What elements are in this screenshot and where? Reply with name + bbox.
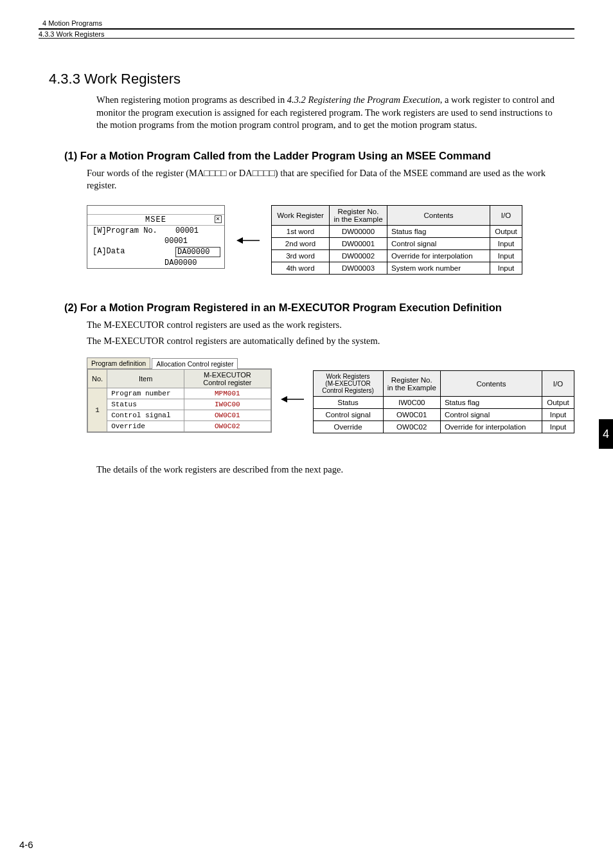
tab-program-definition[interactable]: Program definition (87, 357, 150, 368)
intro-paragraph: When registering motion programs as desc… (96, 94, 562, 132)
grid-item: Program number (107, 388, 184, 399)
col-no: No. (88, 370, 107, 388)
grid-val: MPM001 (184, 388, 271, 399)
msee-program-value: 00001 (175, 226, 220, 235)
th-contents: Contents (440, 371, 542, 397)
table-row: 2nd word DW00001 Control signal Input (272, 238, 522, 250)
placeholder-boxes-a: □□□□ (204, 168, 226, 178)
th-register-no: Register No. in the Example (383, 371, 440, 397)
intro-crossref: 4.3.2 Registering the Program Execution (287, 95, 440, 105)
sub2-p2: The M-EXECUTOR control registers are aut… (87, 335, 562, 347)
tab-allocation-control-register[interactable]: Allocation Control register (152, 358, 238, 369)
grid-val: IW0C00 (184, 399, 271, 410)
msee-command-box: MSEE ✕ [W]Program No. 00001 00001 [A]Dat… (87, 205, 225, 269)
sub2-heading: (2) For a Motion Program Registered in a… (64, 302, 574, 314)
msee-title: MSEE ✕ (87, 215, 224, 226)
th-register-no-b: in the Example (333, 215, 382, 223)
cell-wr: 1st word (272, 226, 330, 238)
cell-wr: Override (313, 421, 383, 433)
table-row: Status IW0C00 Status flag Output (313, 397, 574, 409)
th-work-register: Work Register (272, 206, 330, 226)
sub1-figure-row: MSEE ✕ [W]Program No. 00001 00001 [A]Dat… (87, 205, 574, 275)
table-row: Control signal OW0C01 Control signal Inp… (313, 409, 574, 421)
msee-program-label: [W]Program No. (93, 226, 175, 235)
th-contents: Contents (387, 206, 490, 226)
cell-io: Output (542, 397, 574, 409)
intro-text-a: When registering motion programs as desc… (96, 95, 287, 105)
svg-marker-1 (236, 237, 243, 244)
work-register-table-1: Work Register Register No. in the Exampl… (271, 205, 522, 275)
th-b: (M-EXECUTOR (325, 380, 370, 387)
table-row: 1st word DW00000 Status flag Output (272, 226, 522, 238)
grid-item: Status (107, 399, 184, 410)
sub1-heading: (1) For a Motion Program Called from the… (64, 150, 574, 162)
cell-ct: Control signal (387, 238, 490, 250)
arrow-left-icon (281, 395, 304, 404)
grid-row: Control signal OW0C01 (88, 410, 271, 421)
cell-ct: Status flag (387, 226, 490, 238)
cell-wr: 3rd word (272, 250, 330, 262)
grid-row: 1 Program number MPM001 (88, 388, 271, 399)
msee-row-data2: DA00000 (87, 258, 224, 268)
work-register-table-2: Work Registers (M-EXECUTOR Control Regis… (313, 370, 574, 433)
chapter-side-tab: 4 (599, 419, 613, 449)
cell-ct: Override for interpolation (387, 250, 490, 262)
arrow-connector-2 (281, 357, 304, 404)
cell-ct: Override for interpolation (440, 421, 542, 433)
msee-row-data: [A]Data DA00000 (87, 246, 224, 258)
svg-marker-3 (281, 396, 287, 402)
header-rule (39, 38, 574, 39)
cell-io: Input (490, 238, 522, 250)
cell-rn: DW00002 (330, 250, 387, 262)
col-reg-a: M-EXECUTOR (204, 371, 251, 379)
cell-ct: System work number (387, 262, 490, 275)
msee-corner-icon: ✕ (215, 215, 222, 223)
cell-io: Input (490, 262, 522, 275)
chapter-label: 4 Motion Programs (39, 19, 574, 27)
col-mexec-register: M-EXECUTOR Control register (184, 370, 271, 388)
table-row: Override OW0C02 Override for interpolati… (313, 421, 574, 433)
col-reg-b: Control register (203, 379, 251, 386)
msee-data-value-2: DA00000 (164, 258, 209, 267)
sub2-p1: The M-EXECUTOR control registers are use… (87, 319, 562, 331)
sub1-text-b: or DA (226, 168, 252, 178)
cell-rn: OW0C01 (383, 409, 440, 421)
grid-row: Status IW0C00 (88, 399, 271, 410)
table-header-row: Work Registers (M-EXECUTOR Control Regis… (313, 371, 574, 397)
sub1-text-a: Four words of the register (MA (87, 168, 204, 178)
grid-item: Control signal (107, 410, 184, 421)
msee-const-value: 00001 (164, 237, 209, 246)
msee-row-program: [W]Program No. 00001 (87, 226, 224, 236)
msee-data-value-boxed: DA00000 (175, 247, 220, 257)
th-rn-b: in the Example (387, 384, 436, 392)
th-a: Work Registers (326, 373, 369, 380)
sub2-figure-row: Program definition Allocation Control re… (87, 357, 574, 433)
arrow-left-icon (236, 236, 260, 245)
grid-no: 1 (88, 388, 107, 432)
grid-header-row: No. Item M-EXECUTOR Control register (88, 370, 271, 388)
mexecutor-grid: No. Item M-EXECUTOR Control register 1 P… (87, 368, 272, 433)
cell-io: Input (490, 250, 522, 262)
grid-val: OW0C01 (184, 410, 271, 421)
th-register-no: Register No. in the Example (330, 206, 387, 226)
cell-wr: Status (313, 397, 383, 409)
msee-box-top (87, 206, 224, 215)
msee-data-label: [A]Data (93, 247, 175, 257)
cell-wr: Control signal (313, 409, 383, 421)
table-row: 4th word DW00003 System work number Inpu… (272, 262, 522, 275)
th-register-no-a: Register No. (338, 208, 379, 215)
cell-rn: IW0C00 (383, 397, 440, 409)
section-title: 4.3.3 Work Registers (49, 71, 574, 87)
cell-io: Input (542, 421, 574, 433)
cell-rn: DW00003 (330, 262, 387, 275)
th-c: Control Registers) (322, 387, 374, 394)
mexecutor-panel: Program definition Allocation Control re… (87, 357, 272, 433)
msee-row-const: 00001 (87, 236, 224, 246)
grid-row: Override OW0C02 (88, 421, 271, 432)
cell-ct: Status flag (440, 397, 542, 409)
cell-io: Input (542, 409, 574, 421)
cell-rn: DW00000 (330, 226, 387, 238)
th-rn-a: Register No. (391, 376, 432, 384)
cell-wr: 2nd word (272, 238, 330, 250)
mexecutor-tabs: Program definition Allocation Control re… (87, 357, 272, 368)
